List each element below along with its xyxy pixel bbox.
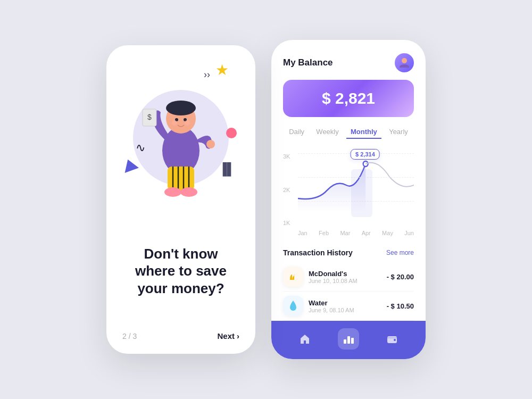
svg-point-17 (402, 58, 407, 63)
period-tabs: Daily Weekly Monthly Yearly (283, 126, 414, 139)
x-label-jan: Jan (298, 230, 307, 236)
chevron-right-icon: › (237, 331, 239, 340)
text-area: Don't know where to save your money? (106, 240, 255, 324)
svg-rect-5 (168, 167, 194, 190)
svg-rect-21 (351, 338, 354, 344)
balance-header: My Balance (283, 53, 414, 72)
page-indicator: 2 / 3 (122, 332, 137, 340)
avatar[interactable] (395, 53, 414, 72)
wallet-icon (386, 333, 398, 345)
dashboard-phone: My Balance $ 2,821 Daily Weekly Monthly … (271, 40, 426, 359)
transaction-1-name: McDonald's (309, 270, 381, 278)
balance-card: $ 2,821 (283, 80, 414, 117)
svg-rect-19 (344, 339, 346, 344)
water-icon (283, 296, 303, 316)
home-icon (299, 333, 311, 345)
transaction-header: Transaction History See more (283, 248, 414, 257)
next-label: Next (217, 331, 235, 340)
transaction-2-date: June 9, 08.10 AM (309, 307, 381, 313)
chart-bar-highlight (351, 169, 372, 217)
svg-point-11 (180, 187, 197, 197)
svg-point-18 (363, 161, 368, 167)
tab-monthly[interactable]: Monthly (346, 126, 381, 139)
onboarding-phone: ★ ›› ∿ ▐▌ $ (106, 45, 255, 354)
chart-y-labels: 3K 2K 1K (283, 153, 290, 226)
transaction-2-name: Water (309, 299, 381, 307)
svg-point-16 (185, 120, 190, 126)
tab-daily[interactable]: Daily (285, 126, 309, 139)
balance-amount: $ 2,821 (322, 89, 375, 107)
transaction-item: McDonald's June 10, 10.08 AM - $ 20.00 (283, 262, 414, 292)
illustration-area: ★ ›› ∿ ▐▌ $ (106, 45, 255, 240)
y-label-3k: 3K (283, 153, 290, 160)
bottom-nav (271, 321, 426, 359)
svg-point-2 (166, 101, 196, 115)
bars-icon: ▐▌ (219, 162, 235, 176)
triangle-icon (121, 156, 139, 172)
squiggle-icon: ∿ (136, 141, 145, 155)
transaction-1-date: June 10, 10.08 AM (309, 278, 381, 284)
svg-point-23 (394, 339, 396, 341)
x-label-feb: Feb (319, 230, 329, 236)
y-label-2k: 2K (283, 187, 290, 193)
transaction-2-info: Water June 9, 08.10 AM (309, 299, 381, 313)
chart-main: $ 2,314 (298, 153, 414, 228)
transaction-item: Water June 9, 08.10 AM - $ 10.50 (283, 292, 414, 321)
tooltip-value: $ 2,314 (355, 151, 375, 157)
svg-point-12 (206, 140, 215, 148)
chart-tooltip: $ 2,314 (351, 149, 380, 160)
avatar-image (398, 56, 411, 69)
chart-area: 3K 2K 1K $ 2,314 (271, 153, 426, 242)
transaction-title: Transaction History (283, 248, 353, 257)
arrow-icon: ›› (204, 69, 210, 80)
transaction-2-amount: - $ 10.50 (387, 302, 414, 310)
next-button[interactable]: Next › (217, 331, 239, 340)
star-icon: ★ (215, 61, 229, 79)
home-nav-icon[interactable] (294, 328, 315, 350)
water-drop-icon (288, 300, 298, 312)
svg-point-15 (172, 120, 177, 126)
tab-weekly[interactable]: Weekly (312, 126, 343, 139)
x-label-may: May (382, 230, 393, 236)
bar-chart-icon (343, 333, 354, 345)
chart-x-labels: Jan Feb Mar Apr May Jun (298, 230, 414, 236)
headline: Don't know where to save your money? (122, 245, 239, 297)
balance-title: My Balance (283, 57, 333, 68)
svg-rect-20 (347, 336, 350, 344)
tab-yearly[interactable]: Yearly (385, 126, 412, 139)
bottom-bar: 2 / 3 Next › (106, 323, 255, 354)
svg-point-10 (164, 187, 181, 197)
top-section: My Balance $ 2,821 Daily Weekly Monthly … (271, 40, 426, 153)
transaction-1-info: McDonald's June 10, 10.08 AM (309, 270, 381, 284)
y-label-1k: 1K (283, 220, 290, 226)
x-label-apr: Apr (362, 230, 371, 236)
chart-nav-icon[interactable] (338, 328, 359, 350)
transaction-section: Transaction History See more McDonald's … (271, 242, 426, 321)
mcdonalds-logo (287, 270, 300, 283)
svg-text:$: $ (147, 113, 152, 121)
transaction-1-amount: - $ 20.00 (387, 273, 414, 281)
x-label-jun: Jun (404, 230, 414, 236)
see-more-button[interactable]: See more (386, 249, 414, 256)
app-container: ★ ›› ∿ ▐▌ $ (85, 19, 447, 380)
person-illustration: $ (138, 81, 223, 198)
x-label-mar: Mar (340, 230, 350, 236)
pink-circle-icon (226, 128, 237, 138)
wallet-nav-icon[interactable] (381, 328, 403, 350)
mcdonalds-icon (283, 267, 303, 287)
